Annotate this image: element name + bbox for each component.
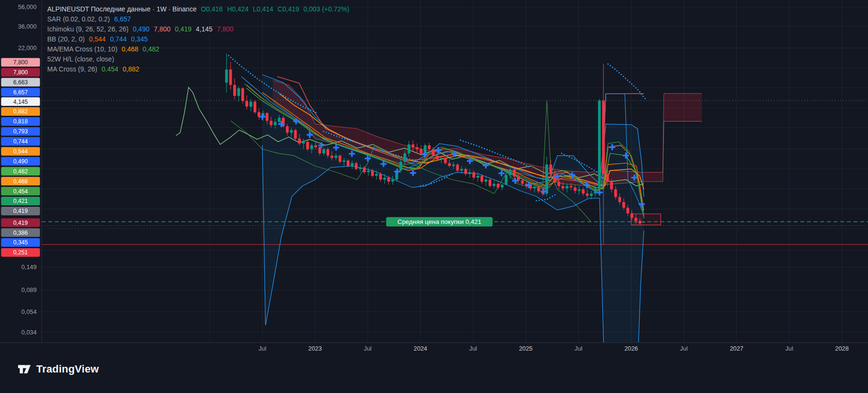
candle-body <box>586 193 589 196</box>
legend-row-ma-ema-cross[interactable]: MA/EMA Cross (10, 10)0,4680,482 <box>47 44 349 54</box>
svg-text:0,386: 0,386 <box>13 230 28 236</box>
candle-body <box>359 168 362 169</box>
svg-text:7,800: 7,800 <box>13 69 28 76</box>
candle-body <box>505 175 507 184</box>
price-axis[interactable]: 56,00036,00022,0000,1490,0890,0540,0347,… <box>1 3 40 336</box>
price-axis-badge: 0,490 <box>1 157 40 166</box>
price-axis-label: 0,054 <box>21 308 37 315</box>
candle-body <box>342 161 345 162</box>
candle-body <box>241 88 244 101</box>
legend-value: 0,482 <box>143 44 159 54</box>
legend-value: 0,003 (+0.72%) <box>303 4 349 14</box>
legend-value: C0,419 <box>278 4 299 14</box>
candle-body <box>286 126 289 132</box>
candle-body <box>379 174 382 180</box>
candle-body <box>606 174 609 181</box>
time-axis-label: Jul <box>785 345 793 352</box>
avg-price-flag-label: Средняя цена покупки 0,421 <box>397 218 481 225</box>
legend-row-52w-hl[interactable]: 52W H/L (close, close) <box>47 54 349 64</box>
candle-body <box>501 185 504 188</box>
legend-title: MA/EMA Cross (10, 10) <box>47 44 117 54</box>
candle-body <box>391 180 394 181</box>
candle-body <box>622 202 625 208</box>
avg-price-flag[interactable]: Средняя цена покупки 0,421 <box>386 217 493 227</box>
price-axis-badge: 0,421 <box>1 197 40 205</box>
candle-body <box>476 176 479 178</box>
svg-text:0,345: 0,345 <box>13 239 28 246</box>
svg-text:0,419: 0,419 <box>13 208 28 214</box>
legend-value: 0,744 <box>110 34 127 44</box>
time-axis-label: 2026 <box>624 345 638 352</box>
legend-row-symbol[interactable]: ALPINEUSDT Последние данные · 1W · Binan… <box>47 4 349 14</box>
candle-body <box>440 158 443 160</box>
price-axis-badge: 0,419 <box>1 218 40 227</box>
candle-body <box>367 171 370 172</box>
svg-text:0,251: 0,251 <box>13 249 28 256</box>
svg-text:0,419: 0,419 <box>13 220 28 226</box>
price-axis-badge: 0,544 <box>1 147 40 156</box>
candle-body <box>420 149 423 153</box>
candle-body <box>594 188 597 193</box>
legend-value: 0,468 <box>122 44 138 54</box>
candle-body <box>582 190 585 194</box>
legend-row-sar[interactable]: SAR (0.02, 0.02, 0.2)6,657 <box>47 14 349 24</box>
candle-body <box>553 174 556 181</box>
candle-body <box>266 113 269 121</box>
candle-body <box>488 180 491 186</box>
price-axis-badge: 4,145 <box>1 97 40 106</box>
price-axis-badge: 6,663 <box>1 78 40 87</box>
candle-body <box>460 169 463 171</box>
candle-body <box>408 144 411 153</box>
candle-body <box>561 186 564 188</box>
legend-value: 0,882 <box>123 64 139 74</box>
chart-legend[interactable]: ALPINEUSDT Последние данные · 1W · Binan… <box>47 4 349 74</box>
svg-text:0,490: 0,490 <box>13 158 28 165</box>
svg-text:0,793: 0,793 <box>13 128 28 135</box>
candle-body <box>496 184 499 188</box>
candle-body <box>294 130 297 139</box>
candle-body <box>569 186 572 187</box>
candle-body <box>578 190 580 191</box>
price-axis-label: 0,089 <box>21 286 37 293</box>
svg-text:0,421: 0,421 <box>13 198 28 204</box>
tradingview-icon <box>17 362 31 376</box>
candle-body <box>493 184 496 186</box>
price-axis-badge: 0,386 <box>1 228 40 237</box>
time-axis-label: 2024 <box>413 345 427 352</box>
candle-body <box>290 130 293 133</box>
time-axis[interactable]: Jul2023Jul2024Jul2025Jul2026Jul2027Jul20… <box>258 345 849 352</box>
candle-body <box>448 163 451 166</box>
svg-text:6,663: 6,663 <box>13 79 28 86</box>
legend-row-bb[interactable]: BB (20, 2, 0)0,5440,7440,345 <box>47 34 349 44</box>
time-axis-label: Jul <box>680 345 688 352</box>
candle-body <box>590 193 593 196</box>
price-range-box[interactable] <box>631 214 661 225</box>
candle-body <box>610 181 613 189</box>
legend-value: 7,800 <box>217 24 234 34</box>
candle-body <box>245 101 248 107</box>
tradingview-logo[interactable]: TradingView <box>17 362 99 376</box>
legend-row-ma-cross[interactable]: MA Cross (9, 26)0,4540,882 <box>47 64 349 74</box>
price-axis-label: 36,000 <box>18 23 37 30</box>
candle-body <box>537 187 540 191</box>
legend-value: 7,800 <box>154 24 170 34</box>
candle-body <box>521 181 524 184</box>
candle-body <box>598 101 601 188</box>
candle-body <box>545 164 548 193</box>
candle-body <box>327 149 330 155</box>
candle-body <box>416 147 419 149</box>
candle-body <box>468 172 471 174</box>
candle-body <box>278 118 281 122</box>
legend-row-ichimoku[interactable]: Ichimoku (9, 26, 52, 26, 26)0,4907,8000,… <box>47 24 349 34</box>
candle-body <box>444 158 447 163</box>
legend-value: 6,657 <box>114 14 131 24</box>
legend-value: L0,414 <box>253 4 273 14</box>
time-axis-label: Jul <box>575 345 582 352</box>
candle-body <box>331 156 333 158</box>
time-axis-label: Jul <box>364 345 372 352</box>
time-axis-label: 2028 <box>835 345 848 352</box>
candle-body <box>238 88 240 96</box>
svg-text:0,482: 0,482 <box>13 168 28 175</box>
price-axis-badge: 0,454 <box>1 187 40 195</box>
svg-text:0,744: 0,744 <box>13 138 28 145</box>
